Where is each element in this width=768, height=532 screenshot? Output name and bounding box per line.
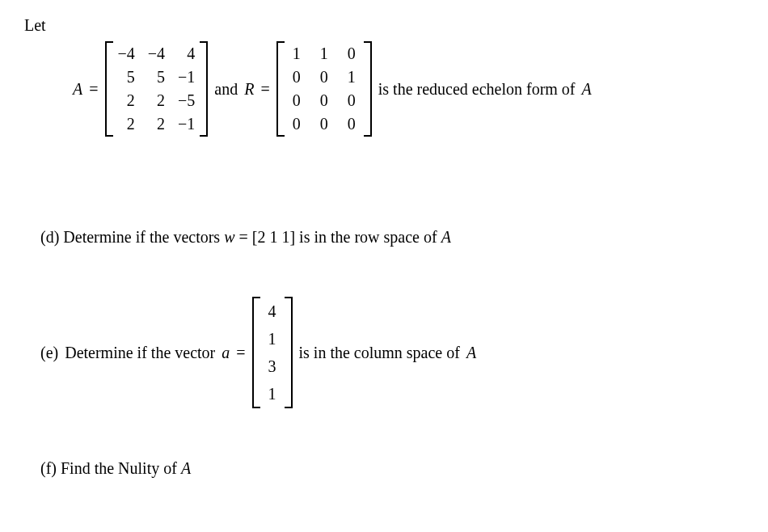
matrix-R-body: 110 001 000 000 — [285, 41, 364, 137]
part-e-eq: = — [236, 341, 245, 364]
part-d-text2: is in the row space of — [299, 228, 437, 246]
part-e-A: A — [466, 341, 476, 364]
vector-a-body: 4 1 3 1 — [260, 297, 285, 408]
part-d: (d) Determine if the vectors w = [2 1 1]… — [40, 226, 744, 248]
and-label: and — [214, 80, 238, 99]
part-d-vec: [2 1 1] — [252, 228, 295, 246]
part-e-text2: is in the column space of — [299, 341, 460, 364]
part-d-eq: = — [238, 228, 247, 246]
bracket-left — [105, 41, 113, 137]
part-f: (f) Find the Nulity of A — [40, 457, 744, 479]
bracket-left — [252, 297, 260, 408]
R-after-A: A — [582, 80, 592, 99]
part-f-A: A — [181, 459, 191, 477]
bracket-right — [285, 297, 293, 408]
equals-R: = — [260, 80, 269, 99]
part-e-text1: Determine if the vector — [65, 341, 215, 364]
matrix-R: 110 001 000 000 — [276, 41, 372, 137]
part-d-label: (d) — [40, 228, 59, 246]
R-label: R — [244, 80, 254, 99]
A-label: A — [73, 80, 82, 99]
bracket-right — [364, 41, 372, 137]
R-after-text: is the reduced echelon form of — [378, 80, 576, 99]
bracket-right — [200, 41, 208, 137]
part-d-text1: Determine if the vectors — [63, 228, 220, 246]
intro-text: Let — [24, 16, 744, 35]
part-f-text: Find the Nulity of — [61, 459, 181, 477]
part-e: (e) Determine if the vector a = 4 1 3 1 … — [40, 297, 744, 408]
part-f-label: (f) — [40, 459, 57, 477]
matrix-A-body: −4−44 55−1 22−5 22−1 — [113, 41, 200, 137]
matrix-A: −4−44 55−1 22−5 22−1 — [105, 41, 209, 137]
part-d-var: w — [224, 228, 234, 246]
vector-a: 4 1 3 1 — [252, 297, 293, 408]
part-d-A: A — [441, 228, 451, 246]
matrices-definition: A = −4−44 55−1 22−5 22−1 and R = 110 001… — [73, 41, 744, 137]
part-e-var: a — [222, 341, 230, 364]
bracket-left — [276, 41, 285, 137]
equals-A: = — [89, 80, 98, 99]
part-e-label: (e) — [40, 341, 58, 364]
